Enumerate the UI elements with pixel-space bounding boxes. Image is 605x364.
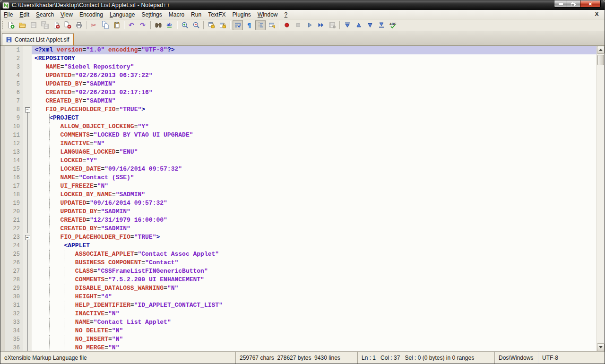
code-line[interactable]: BUSINESS_COMPONENT="Contact"	[32, 259, 596, 267]
code-line[interactable]: NAME="Siebel Repository"	[32, 63, 596, 71]
scrollbar-track[interactable]	[597, 54, 605, 343]
tab-contact-list-applet[interactable]: Contact List Applet.sif	[2, 33, 74, 45]
indent-guide-line	[64, 335, 64, 344]
save-all-button[interactable]	[40, 20, 50, 30]
code-line[interactable]: HEIGHT="4"	[32, 293, 596, 301]
user-defined-dialog-button[interactable]	[267, 20, 277, 30]
menu-item-language[interactable]: Language	[106, 10, 138, 19]
code-line[interactable]: NAME="Contact List Applet"	[32, 318, 596, 327]
code-line[interactable]: LOCKED="Y"	[32, 156, 596, 165]
zoom-out-button[interactable]	[191, 20, 201, 30]
menu-item-textfx[interactable]: TextFX	[205, 10, 229, 19]
close-button[interactable]: ✕	[580, 0, 601, 8]
open-file-button[interactable]	[17, 20, 27, 30]
run-macro-multiple-button[interactable]	[316, 20, 326, 30]
code-line[interactable]: DISABLE_DATALOSS_WARNING="N"	[32, 284, 596, 293]
nav-last-button[interactable]	[376, 20, 387, 30]
copy-button[interactable]	[100, 20, 111, 30]
show-all-characters-button[interactable]: ¶	[244, 20, 254, 30]
code-line[interactable]: CLASS="CSSFrameListFINGenericButton"	[32, 267, 596, 276]
code-line[interactable]: HELP_IDENTIFIER="ID_APPLET_CONTACT_LIST"	[32, 301, 596, 310]
sync-horizontal-button[interactable]	[217, 20, 228, 30]
code-line[interactable]: CREATED="02/26/2013 02:17:16"	[32, 88, 596, 97]
code-line[interactable]: COMMENTS="7.5.2.200 UI ENHANCEMENT"	[32, 276, 596, 284]
code-line[interactable]: LOCKED_BY_NAME="SADMIN"	[32, 191, 596, 199]
code-line[interactable]: NAME="Contact (SSE)"	[32, 173, 596, 182]
code-line[interactable]: UI_FREEZE="N"	[32, 182, 596, 191]
code-line[interactable]: UPDATED="09/16/2014 09:57:32"	[32, 199, 596, 208]
replace-button[interactable]: ab	[164, 20, 175, 30]
sync-vertical-button[interactable]	[206, 20, 216, 30]
scroll-down-button[interactable]	[597, 343, 605, 351]
menu-item-window[interactable]: Window	[254, 10, 281, 19]
bookmark-margin[interactable]	[0, 46, 5, 351]
code-line[interactable]: <APPLET	[32, 242, 596, 250]
nav-next-button[interactable]	[365, 20, 375, 30]
code-line[interactable]: CREATED="12/31/1979 16:00:00"	[32, 216, 596, 225]
spell-check-button[interactable]: ABC	[388, 20, 398, 30]
code-line[interactable]: CREATED_BY="SADMIN"	[32, 97, 596, 105]
save-macro-button[interactable]	[327, 20, 337, 30]
fold-collapse-marker[interactable]: −	[23, 105, 32, 114]
zoom-in-button[interactable]	[180, 20, 190, 30]
menu-item-encoding[interactable]: Encoding	[76, 10, 106, 19]
stop-macro-button[interactable]	[293, 20, 303, 30]
menu-item-run[interactable]: Run	[188, 10, 205, 19]
toolbar-grip[interactable]	[2, 21, 4, 29]
minimize-button[interactable]	[554, 0, 567, 8]
code-line[interactable]: UPDATED_BY="SADMIN"	[32, 208, 596, 216]
new-file-button[interactable]	[6, 20, 16, 30]
code-line[interactable]: ASSOCIATE_APPLET="Contact Assoc Applet"	[32, 250, 596, 259]
code-line[interactable]: <?xml version="1.0" encoding="UTF-8"?>	[32, 46, 596, 54]
code-line[interactable]: <PROJECT	[32, 114, 596, 122]
undo-button[interactable]: ↶	[127, 20, 137, 30]
code-line[interactable]: UPDATED="02/26/2013 06:37:22"	[32, 71, 596, 80]
restore-button[interactable]	[567, 0, 580, 8]
menu-item-edit[interactable]: Edit	[16, 10, 33, 19]
word-wrap-button[interactable]	[233, 20, 243, 30]
code-line[interactable]: NO_DELETE="N"	[32, 327, 596, 335]
copy-icon	[102, 21, 109, 29]
code-area[interactable]: <?xml version="1.0" encoding="UTF-8"?><R…	[32, 46, 596, 351]
menu-item-settings[interactable]: Settings	[138, 10, 165, 19]
menu-item-help[interactable]: ?	[281, 10, 291, 19]
code-line[interactable]: COMMENTS="LOCKED BY VTAO UI UPGRADE"	[32, 131, 596, 139]
code-line[interactable]: <REPOSITORY	[32, 54, 596, 63]
play-macro-button[interactable]	[304, 20, 315, 30]
paste-button[interactable]	[112, 20, 122, 30]
code-line[interactable]: CREATED_BY="SADMIN"	[32, 225, 596, 233]
indent-guide-button[interactable]	[255, 20, 266, 30]
code-line[interactable]: INACTIVE="N"	[32, 310, 596, 318]
code-line[interactable]: FIO_PLACEHOLDER_FIO="TRUE">	[32, 233, 596, 242]
nav-prev-button[interactable]	[354, 20, 364, 30]
close-file-button[interactable]	[51, 20, 61, 30]
menu-item-plugins[interactable]: Plugins	[229, 10, 254, 19]
save-file-button[interactable]	[28, 20, 39, 30]
fold-line	[23, 131, 32, 139]
record-macro-button[interactable]	[282, 20, 292, 30]
code-line[interactable]: ALLOW_OBJECT_LOCKING="Y"	[32, 122, 596, 131]
code-line[interactable]: LOCKED_DATE="09/16/2014 09:57:32"	[32, 165, 596, 173]
menu-item-search[interactable]: Search	[33, 10, 57, 19]
cut-button[interactable]: ✂	[89, 20, 99, 30]
code-line[interactable]: FIO_PLACEHOLDER_FIO="TRUE">	[32, 105, 596, 114]
close-all-button[interactable]	[62, 20, 73, 30]
close-document-x-button[interactable]: X	[593, 10, 601, 17]
menu-item-file[interactable]: File	[0, 10, 16, 19]
code-line[interactable]: INACTIVE="N"	[32, 139, 596, 148]
redo-button[interactable]: ↷	[138, 20, 148, 30]
fold-collapse-marker[interactable]: −	[23, 233, 32, 242]
code-line[interactable]: NO_INSERT="N"	[32, 335, 596, 344]
print-button[interactable]	[74, 20, 84, 30]
code-line[interactable]: UPDATED_BY="SADMIN"	[32, 80, 596, 88]
save-macro-icon	[328, 21, 336, 29]
find-button[interactable]	[153, 20, 164, 30]
code-line[interactable]: LANGUAGE_LOCKED="ENU"	[32, 148, 596, 156]
scrollbar-thumb[interactable]	[597, 55, 604, 65]
indent-guide-line	[49, 293, 50, 301]
menu-item-macro[interactable]: Macro	[165, 10, 188, 19]
nav-first-button[interactable]	[342, 20, 353, 30]
code-line[interactable]: NO_MERGE="N"	[32, 344, 596, 351]
scroll-up-button[interactable]	[597, 46, 605, 54]
menu-item-view[interactable]: View	[57, 10, 76, 19]
